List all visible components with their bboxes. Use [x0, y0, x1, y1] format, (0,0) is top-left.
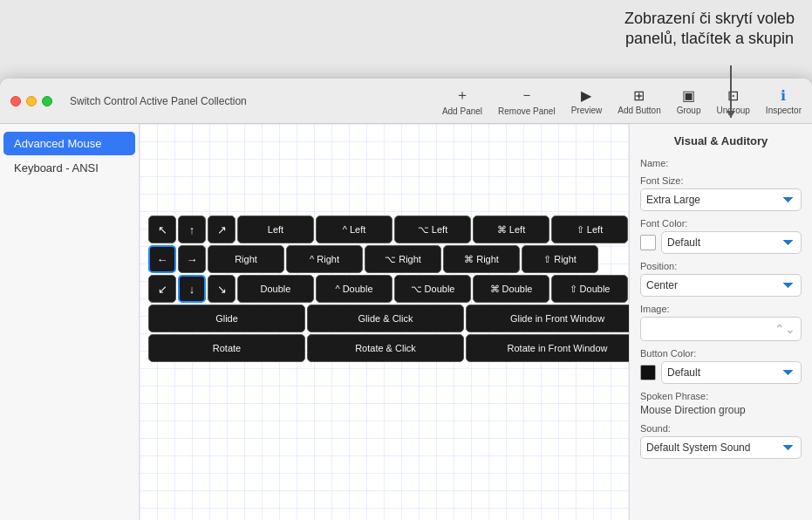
preview-button[interactable]: ▶ Preview: [571, 87, 603, 115]
key-row-double: ↙ ↓ ↘ Double ^ Double ⌥ Double ⌘ Double …: [148, 275, 629, 303]
font-color-label: Font Color:: [640, 218, 802, 229]
key-glide-front[interactable]: Glide in Front Window: [466, 304, 629, 332]
spoken-phrase-value: Mouse Direction group: [640, 404, 802, 416]
titlebar: Switch Control Active Panel Collection ＋…: [0, 79, 812, 124]
fullscreen-button[interactable]: [42, 96, 52, 106]
traffic-lights: [10, 96, 52, 106]
key-rotate-front[interactable]: Rotate in Front Window: [466, 334, 629, 362]
font-size-label: Font Size:: [640, 175, 802, 186]
key-row-rotate: Rotate Rotate & Click Rotate in Front Wi…: [148, 334, 629, 362]
app-window: Switch Control Active Panel Collection ＋…: [0, 79, 812, 520]
key-opt-left[interactable]: ⌥ Left: [394, 216, 471, 243]
button-color-row: Default ⏷: [640, 361, 802, 384]
key-arrow-se[interactable]: ↘: [208, 275, 235, 303]
key-right[interactable]: Right: [208, 245, 284, 273]
add-button-button[interactable]: ⊞ Add Button: [618, 87, 660, 115]
key-arrow-ne[interactable]: ↗: [208, 216, 235, 243]
sidebar-item-keyboard-ansi[interactable]: Keyboard - ANSI: [3, 156, 135, 180]
annotation-line: [730, 65, 732, 118]
font-size-select[interactable]: Extra Large ⏷: [640, 188, 802, 211]
key-arrow-e[interactable]: →: [178, 245, 206, 273]
inspector-button[interactable]: ℹ Inspector: [766, 87, 802, 115]
key-arrow-sw[interactable]: ↙: [148, 275, 176, 303]
button-color-label: Button Color:: [640, 348, 802, 359]
key-row-right: ← → Right ^ Right ⌥ Right ⌘ Right ⇧ Righ…: [148, 245, 629, 273]
toolbar-actions: ＋ Add Panel － Remove Panel ▶ Preview ⊞ A…: [442, 86, 802, 116]
key-cmd-left[interactable]: ⌘ Left: [473, 216, 549, 243]
key-row-left: ↖ ↑ ↗ Left ^ Left ⌥ Left ⌘ Left ⇧ Left: [148, 216, 629, 243]
inspector-title: Visual & Auditory: [640, 134, 802, 147]
image-label: Image:: [640, 304, 802, 314]
canvas-area[interactable]: ↖ ↑ ↗ Left ^ Left ⌥ Left ⌘ Left ⇧ Left ←…: [140, 124, 629, 520]
key-arrow-nw[interactable]: ↖: [148, 216, 176, 243]
inspector-icon: ℹ: [781, 87, 786, 104]
remove-panel-icon: －: [520, 86, 534, 105]
sound-label: Sound:: [640, 423, 802, 434]
sidebar: Advanced Mouse Keyboard - ANSI: [0, 124, 140, 520]
key-ctrl-double[interactable]: ^ Double: [316, 275, 392, 303]
add-panel-icon: ＋: [455, 86, 469, 105]
key-glide-click[interactable]: Glide & Click: [307, 304, 464, 332]
sound-select[interactable]: Default System Sound ⏷: [640, 436, 802, 459]
position-label: Position:: [640, 261, 802, 271]
inspector-panel: Visual & Auditory Name: Font Size: Extra…: [629, 124, 812, 520]
image-chevron: ⌃⌄: [774, 322, 795, 336]
key-double[interactable]: Double: [237, 275, 314, 303]
key-shift-left[interactable]: ⇧ Left: [551, 216, 628, 243]
button-color-chevron: ⏷: [781, 365, 795, 380]
close-button[interactable]: [10, 96, 21, 106]
position-chevron: ⏷: [781, 277, 795, 293]
key-ctrl-right[interactable]: ^ Right: [286, 245, 363, 273]
font-color-chevron: ⏷: [781, 235, 795, 250]
window-title: Switch Control Active Panel Collection: [70, 95, 247, 107]
font-color-row: Default ⏷: [640, 231, 802, 254]
position-select[interactable]: Center ⏷: [640, 274, 802, 297]
sidebar-item-advanced-mouse[interactable]: Advanced Mouse: [3, 132, 135, 155]
button-color-swatch: [640, 365, 656, 380]
group-button[interactable]: ▣ Group: [677, 87, 701, 115]
key-arrow-s[interactable]: ↓: [178, 275, 206, 303]
minimize-button[interactable]: [26, 96, 37, 106]
sound-chevron: ⏷: [781, 440, 795, 455]
key-rotate-click[interactable]: Rotate & Click: [307, 334, 464, 362]
spoken-phrase-label: Spoken Phrase:: [640, 391, 802, 401]
key-cmd-double[interactable]: ⌘ Double: [473, 275, 549, 303]
key-opt-double[interactable]: ⌥ Double: [394, 275, 471, 303]
add-panel-button[interactable]: ＋ Add Panel: [442, 86, 482, 116]
key-opt-right[interactable]: ⌥ Right: [365, 245, 441, 273]
key-shift-double[interactable]: ⇧ Double: [551, 275, 628, 303]
font-size-chevron: ⏷: [781, 192, 795, 208]
annotation-text: Zobrazení či skrytí voleb panelů, tlačít…: [624, 9, 795, 50]
key-left[interactable]: Left: [237, 216, 314, 243]
key-panel: ↖ ↑ ↗ Left ^ Left ⌥ Left ⌘ Left ⇧ Left ←…: [148, 216, 629, 364]
font-color-swatch: [640, 235, 656, 250]
button-color-select[interactable]: Default ⏷: [661, 361, 802, 384]
key-ctrl-left[interactable]: ^ Left: [316, 216, 392, 243]
add-button-icon: ⊞: [633, 87, 645, 104]
key-arrow-n[interactable]: ↑: [178, 216, 206, 243]
key-cmd-right[interactable]: ⌘ Right: [443, 245, 520, 273]
main-content: Advanced Mouse Keyboard - ANSI ↖ ↑ ↗ Lef…: [0, 124, 812, 520]
image-selector[interactable]: ⌃⌄: [640, 317, 802, 341]
remove-panel-button[interactable]: － Remove Panel: [498, 86, 556, 116]
key-rotate[interactable]: Rotate: [148, 334, 305, 362]
key-shift-right[interactable]: ⇧ Right: [522, 245, 598, 273]
preview-icon: ▶: [581, 87, 591, 104]
key-row-glide: Glide Glide & Click Glide in Front Windo…: [148, 304, 629, 332]
name-label: Name:: [640, 158, 802, 168]
key-arrow-w[interactable]: ←: [148, 245, 176, 273]
group-icon: ▣: [682, 87, 695, 104]
key-glide[interactable]: Glide: [148, 304, 305, 332]
font-color-select[interactable]: Default ⏷: [661, 231, 802, 254]
